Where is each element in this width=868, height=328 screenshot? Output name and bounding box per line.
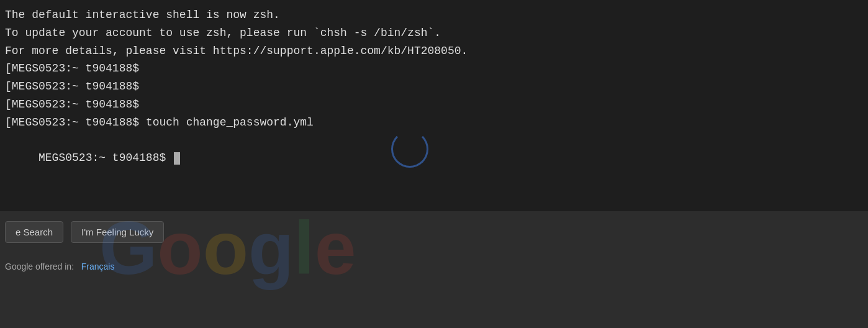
terminal-line-5: [MEGS0523:~ t904188$ (5, 78, 863, 96)
google-section: Google e Search I'm Feeling Lucky Google… (0, 211, 868, 328)
terminal-line-2: To update your account to use zsh, pleas… (5, 24, 863, 42)
terminal-window: The default interactive shell is now zsh… (0, 0, 868, 211)
terminal-line-6: [MEGS0523:~ t904188$ (5, 96, 863, 114)
google-search-button[interactable]: e Search (5, 221, 63, 243)
google-logo-background: Google (99, 205, 356, 291)
terminal-cursor (174, 152, 180, 165)
google-offered-in-row: Google offered in: Français (0, 262, 868, 271)
terminal-line-1: The default interactive shell is now zsh… (5, 6, 863, 24)
google-lucky-button[interactable]: I'm Feeling Lucky (71, 221, 164, 243)
google-offered-label: Google offered in: (5, 262, 74, 271)
terminal-line-3: For more details, please visit https://s… (5, 42, 863, 60)
terminal-line-8: MEGS0523:~ t904188$ (5, 132, 863, 185)
google-icon-overlay (391, 130, 428, 168)
terminal-line-7: [MEGS0523:~ t904188$ touch change_passwo… (5, 114, 863, 132)
google-language-link[interactable]: Français (81, 262, 115, 271)
terminal-line-4: [MEGS0523:~ t904188$ (5, 60, 863, 78)
google-buttons-row: e Search I'm Feeling Lucky (0, 221, 868, 243)
